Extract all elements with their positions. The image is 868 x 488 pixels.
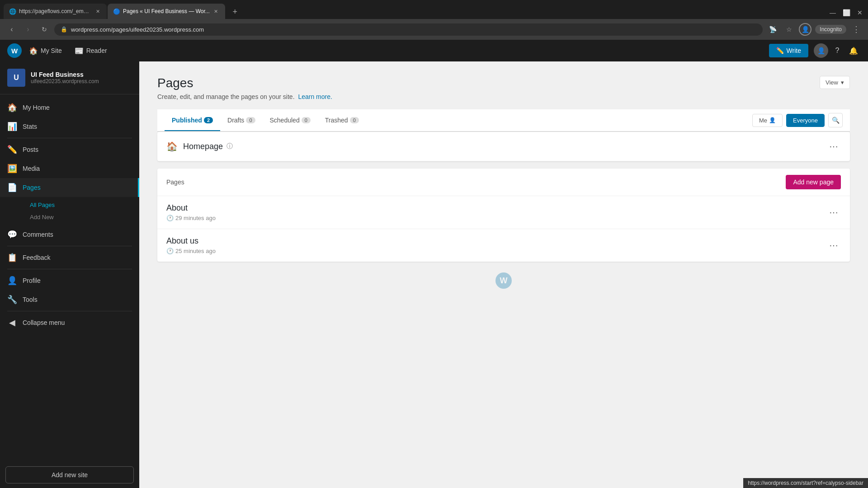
help-icon[interactable]: ?: [830, 43, 844, 58]
sidebar-divider2: [7, 246, 132, 246]
sidebar-divider3: [7, 269, 132, 269]
main-content: View ▾ Pages Create, edit, and manage th…: [139, 61, 868, 488]
filter-everyone-button[interactable]: Everyone: [786, 114, 825, 127]
status-tooltip: https://wordpress.com/start?ref=calypso-…: [743, 478, 868, 488]
sidebar-item-label: Posts: [23, 146, 38, 153]
tabs-left: Published 2 Drafts 0 Scheduled 0 Trashed…: [165, 110, 366, 130]
sidebar-item-label: Comments: [23, 231, 53, 238]
my-site-label: My Site: [41, 47, 62, 54]
page-item-meta: 🕐 29 minutes ago: [166, 215, 826, 221]
homepage-house-icon: 🏠: [166, 141, 178, 152]
sidebar-nav: 🏠 My Home 📊 Stats ✏️ Posts 🖼️ Media 📄: [0, 94, 139, 461]
browser-tab-1[interactable]: 🌐 https://pageflows.com/_emails/ ✕: [4, 4, 107, 19]
page-actions-0[interactable]: ⋯: [826, 205, 841, 220]
sidebar-item-pages[interactable]: 📄 Pages: [0, 178, 139, 197]
my-site-nav[interactable]: 🏠 My Site: [24, 44, 67, 58]
write-label: Write: [787, 47, 801, 54]
sidebar-item-my-home[interactable]: 🏠 My Home: [0, 98, 139, 117]
tab-published[interactable]: Published 2: [165, 110, 220, 131]
window-close[interactable]: ✕: [854, 6, 866, 19]
browser-tab-2[interactable]: 🔵 Pages « UI Feed Business — Wor... ✕: [108, 4, 225, 19]
table-row[interactable]: About 🕐 29 minutes ago ⋯: [157, 196, 850, 229]
subpages-label: Pages: [166, 178, 184, 186]
reader-label: Reader: [86, 47, 107, 54]
sidebar-item-label: My Home: [23, 104, 50, 111]
sidebar-item-tools[interactable]: 🔧 Tools: [0, 290, 139, 309]
reader-nav[interactable]: 📰 Reader: [69, 44, 113, 58]
info-icon[interactable]: ⓘ: [226, 142, 233, 150]
home-icon: 🏠: [29, 47, 38, 55]
wp-footer-logo: W: [495, 272, 512, 289]
tab-scheduled-label: Scheduled: [270, 117, 300, 124]
window-minimize[interactable]: —: [826, 6, 839, 19]
notifications-icon[interactable]: 🔔: [846, 43, 861, 58]
write-button[interactable]: ✏️ Write: [769, 44, 808, 57]
page-actions-1[interactable]: ⋯: [826, 238, 841, 253]
tab2-favicon: 🔵: [113, 8, 120, 15]
write-icon: ✏️: [776, 47, 784, 54]
page-item-content: About 🕐 29 minutes ago: [166, 203, 826, 221]
site-url: uifeed20235.wordpress.com: [31, 78, 99, 84]
learn-more-link[interactable]: Learn more.: [298, 93, 332, 100]
search-button[interactable]: 🔍: [828, 113, 843, 127]
view-button-container: View ▾: [820, 76, 850, 89]
stats-icon: 📊: [7, 122, 17, 131]
homepage-actions[interactable]: ⋯: [826, 139, 841, 154]
homepage-item[interactable]: 🏠 Homepage ⓘ ⋯: [157, 132, 850, 161]
site-info[interactable]: U UI Feed Business uifeed20235.wordpress…: [0, 61, 139, 94]
wp-logo-button[interactable]: W: [7, 43, 22, 58]
page-item-content: About us 🕐 25 minutes ago: [166, 236, 826, 254]
clock-icon: 🕐: [166, 248, 174, 254]
tab-drafts[interactable]: Drafts 0: [220, 110, 262, 131]
sidebar-item-collapse[interactable]: ◀ Collapse menu: [0, 313, 139, 332]
menu-icon[interactable]: ⋮: [850, 23, 863, 36]
tab-scheduled[interactable]: Scheduled 0: [263, 110, 318, 131]
window-maximize[interactable]: ⬜: [840, 6, 853, 19]
browser-toolbar: ‹ › ↻ 🔒 wordpress.com/pages/uifeed20235.…: [0, 19, 868, 40]
tab1-close[interactable]: ✕: [94, 8, 101, 15]
view-label: View: [826, 79, 838, 86]
feedback-icon: 📋: [7, 253, 17, 263]
add-new-site-button[interactable]: Add new site: [5, 466, 134, 483]
page-title: Pages: [157, 76, 850, 90]
sidebar-item-stats[interactable]: 📊 Stats: [0, 117, 139, 136]
tab-drafts-label: Drafts: [227, 117, 244, 124]
address-text: wordpress.com/pages/uifeed20235.wordpres…: [71, 26, 204, 33]
filter-everyone-label: Everyone: [793, 117, 818, 124]
tab-trashed-count: 0: [350, 117, 359, 123]
profile-icon: 👤: [7, 276, 17, 286]
lock-icon: 🔒: [61, 26, 67, 33]
cast-icon[interactable]: 📡: [766, 23, 779, 36]
forward-button[interactable]: ›: [22, 23, 34, 36]
sidebar-subitem-add-new[interactable]: Add New: [23, 211, 139, 223]
sidebar-item-feedback[interactable]: 📋 Feedback: [0, 248, 139, 267]
filter-me-button[interactable]: Me 👤: [752, 114, 783, 127]
address-bar[interactable]: 🔒 wordpress.com/pages/uifeed20235.wordpr…: [54, 23, 763, 36]
sidebar-subitem-all-pages[interactable]: All Pages: [23, 199, 139, 211]
sidebar-item-label: Feedback: [23, 254, 50, 261]
new-tab-button[interactable]: +: [228, 5, 242, 19]
view-button[interactable]: View ▾: [820, 76, 850, 89]
posts-icon: ✏️: [7, 145, 17, 155]
sidebar-item-posts[interactable]: ✏️ Posts: [0, 140, 139, 159]
user-avatar-top[interactable]: 👤: [814, 43, 828, 58]
homepage-title: Homepage ⓘ: [183, 142, 826, 151]
site-avatar: U: [7, 69, 25, 87]
add-new-page-button[interactable]: Add new page: [786, 175, 841, 189]
bookmark-icon[interactable]: ☆: [783, 23, 795, 36]
filter-me-label: Me: [759, 117, 767, 124]
sidebar-item-profile[interactable]: 👤 Profile: [0, 271, 139, 290]
sidebar-item-comments[interactable]: 💬 Comments: [0, 225, 139, 244]
wp-footer: W: [157, 262, 850, 300]
browser-profile-icon[interactable]: 👤: [799, 23, 811, 36]
refresh-button[interactable]: ↻: [38, 23, 51, 36]
table-row[interactable]: About us 🕐 25 minutes ago ⋯: [157, 229, 850, 262]
me-avatar-icon: 👤: [769, 117, 776, 123]
media-icon: 🖼️: [7, 164, 17, 174]
back-button[interactable]: ‹: [5, 23, 18, 36]
tab-trashed[interactable]: Trashed 0: [318, 110, 366, 131]
homepage-title-text: Homepage: [183, 142, 223, 151]
tab2-close[interactable]: ✕: [212, 8, 220, 15]
sidebar-item-media[interactable]: 🖼️ Media: [0, 159, 139, 178]
tab-trashed-label: Trashed: [325, 117, 348, 124]
